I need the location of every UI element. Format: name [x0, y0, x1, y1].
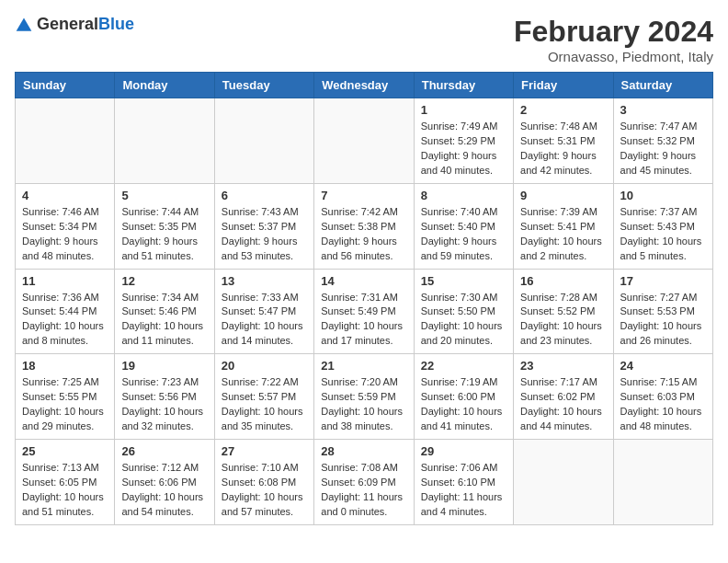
day-info: Sunrise: 7:47 AMSunset: 5:32 PMDaylight:… — [620, 120, 706, 178]
weekday-header: Saturday — [613, 73, 712, 98]
day-info: Sunrise: 7:27 AMSunset: 5:53 PMDaylight:… — [620, 291, 706, 350]
calendar-cell: 25Sunrise: 7:13 AMSunset: 6:05 PMDayligh… — [16, 440, 115, 525]
day-number: 29 — [421, 444, 506, 458]
day-number: 25 — [22, 444, 108, 458]
day-number: 1 — [421, 103, 506, 117]
calendar-cell: 26Sunrise: 7:12 AMSunset: 6:06 PMDayligh… — [115, 440, 214, 525]
calendar-cell: 19Sunrise: 7:23 AMSunset: 5:56 PMDayligh… — [115, 354, 214, 440]
month-year: February 2024 — [514, 15, 713, 49]
calendar-week-row: 11Sunrise: 7:36 AMSunset: 5:44 PMDayligh… — [16, 269, 713, 354]
weekday-header: Thursday — [414, 73, 513, 98]
svg-marker-0 — [17, 17, 32, 30]
calendar-cell — [314, 98, 414, 184]
day-number: 24 — [620, 359, 706, 373]
day-info: Sunrise: 7:19 AMSunset: 6:00 PMDaylight:… — [421, 375, 506, 434]
calendar-cell: 24Sunrise: 7:15 AMSunset: 6:03 PMDayligh… — [613, 354, 712, 440]
day-info: Sunrise: 7:15 AMSunset: 6:03 PMDaylight:… — [620, 375, 706, 434]
calendar-cell: 14Sunrise: 7:31 AMSunset: 5:49 PMDayligh… — [314, 269, 414, 354]
calendar-cell: 21Sunrise: 7:20 AMSunset: 5:59 PMDayligh… — [314, 354, 414, 440]
calendar-cell: 12Sunrise: 7:34 AMSunset: 5:46 PMDayligh… — [115, 269, 214, 354]
day-number: 3 — [620, 103, 706, 117]
calendar-cell — [214, 98, 313, 184]
day-info: Sunrise: 7:20 AMSunset: 5:59 PMDaylight:… — [321, 375, 406, 434]
title-area: February 2024 Ornavasso, Piedmont, Italy — [514, 15, 713, 64]
day-info: Sunrise: 7:40 AMSunset: 5:40 PMDaylight:… — [421, 205, 506, 264]
calendar-cell — [613, 440, 712, 525]
calendar-cell — [514, 440, 613, 525]
calendar-cell: 3Sunrise: 7:47 AMSunset: 5:32 PMDaylight… — [613, 98, 712, 184]
day-number: 14 — [321, 274, 406, 288]
day-info: Sunrise: 7:12 AMSunset: 6:06 PMDaylight:… — [121, 461, 207, 520]
day-number: 18 — [22, 359, 108, 373]
day-number: 11 — [22, 274, 108, 288]
day-info: Sunrise: 7:28 AMSunset: 5:52 PMDaylight:… — [520, 291, 606, 350]
weekday-header: Sunday — [16, 73, 115, 98]
location: Ornavasso, Piedmont, Italy — [514, 49, 713, 64]
calendar-cell: 10Sunrise: 7:37 AMSunset: 5:43 PMDayligh… — [613, 183, 712, 269]
logo: GeneralBlue — [15, 15, 134, 34]
calendar-cell: 11Sunrise: 7:36 AMSunset: 5:44 PMDayligh… — [16, 269, 115, 354]
day-number: 23 — [520, 359, 606, 373]
day-number: 6 — [222, 189, 307, 202]
day-info: Sunrise: 7:39 AMSunset: 5:41 PMDaylight:… — [520, 205, 606, 264]
day-info: Sunrise: 7:22 AMSunset: 5:57 PMDaylight:… — [222, 375, 307, 434]
weekday-header-row: SundayMondayTuesdayWednesdayThursdayFrid… — [16, 73, 713, 98]
day-info: Sunrise: 7:49 AMSunset: 5:29 PMDaylight:… — [421, 120, 506, 178]
day-info: Sunrise: 7:36 AMSunset: 5:44 PMDaylight:… — [22, 291, 108, 350]
calendar-cell: 18Sunrise: 7:25 AMSunset: 5:55 PMDayligh… — [16, 354, 115, 440]
calendar-cell: 4Sunrise: 7:46 AMSunset: 5:34 PMDaylight… — [16, 183, 115, 269]
day-number: 9 — [520, 189, 606, 202]
day-info: Sunrise: 7:34 AMSunset: 5:46 PMDaylight:… — [121, 291, 207, 350]
day-info: Sunrise: 7:37 AMSunset: 5:43 PMDaylight:… — [620, 205, 706, 264]
day-number: 28 — [321, 444, 406, 458]
day-info: Sunrise: 7:48 AMSunset: 5:31 PMDaylight:… — [520, 120, 606, 178]
calendar-cell: 1Sunrise: 7:49 AMSunset: 5:29 PMDaylight… — [414, 98, 513, 184]
day-number: 16 — [520, 274, 606, 288]
calendar-cell: 15Sunrise: 7:30 AMSunset: 5:50 PMDayligh… — [414, 269, 513, 354]
day-info: Sunrise: 7:25 AMSunset: 5:55 PMDaylight:… — [22, 375, 108, 434]
logo-icon — [15, 16, 33, 34]
day-number: 20 — [222, 359, 307, 373]
logo-general: GeneralBlue — [37, 15, 134, 34]
day-number: 4 — [22, 189, 108, 202]
calendar-cell: 29Sunrise: 7:06 AMSunset: 6:10 PMDayligh… — [414, 440, 513, 525]
calendar-cell: 7Sunrise: 7:42 AMSunset: 5:38 PMDaylight… — [314, 183, 414, 269]
calendar: SundayMondayTuesdayWednesdayThursdayFrid… — [15, 72, 713, 525]
day-info: Sunrise: 7:31 AMSunset: 5:49 PMDaylight:… — [321, 291, 406, 350]
day-info: Sunrise: 7:10 AMSunset: 6:08 PMDaylight:… — [222, 461, 307, 520]
day-number: 15 — [421, 274, 506, 288]
calendar-cell: 20Sunrise: 7:22 AMSunset: 5:57 PMDayligh… — [214, 354, 313, 440]
calendar-cell: 27Sunrise: 7:10 AMSunset: 6:08 PMDayligh… — [214, 440, 313, 525]
calendar-cell — [115, 98, 214, 184]
day-info: Sunrise: 7:46 AMSunset: 5:34 PMDaylight:… — [22, 205, 108, 264]
day-number: 27 — [222, 444, 307, 458]
calendar-cell: 5Sunrise: 7:44 AMSunset: 5:35 PMDaylight… — [115, 183, 214, 269]
calendar-cell: 17Sunrise: 7:27 AMSunset: 5:53 PMDayligh… — [613, 269, 712, 354]
day-number: 8 — [421, 189, 506, 202]
day-info: Sunrise: 7:08 AMSunset: 6:09 PMDaylight:… — [321, 461, 406, 520]
day-number: 10 — [620, 189, 706, 202]
calendar-cell: 6Sunrise: 7:43 AMSunset: 5:37 PMDaylight… — [214, 183, 313, 269]
day-number: 26 — [121, 444, 207, 458]
calendar-week-row: 4Sunrise: 7:46 AMSunset: 5:34 PMDaylight… — [16, 183, 713, 269]
calendar-cell: 28Sunrise: 7:08 AMSunset: 6:09 PMDayligh… — [314, 440, 414, 525]
day-info: Sunrise: 7:43 AMSunset: 5:37 PMDaylight:… — [222, 205, 307, 264]
calendar-cell: 22Sunrise: 7:19 AMSunset: 6:00 PMDayligh… — [414, 354, 513, 440]
weekday-header: Wednesday — [314, 73, 414, 98]
calendar-cell: 16Sunrise: 7:28 AMSunset: 5:52 PMDayligh… — [514, 269, 613, 354]
calendar-cell — [16, 98, 115, 184]
day-info: Sunrise: 7:23 AMSunset: 5:56 PMDaylight:… — [121, 375, 207, 434]
weekday-header: Tuesday — [214, 73, 313, 98]
day-info: Sunrise: 7:33 AMSunset: 5:47 PMDaylight:… — [222, 291, 307, 350]
day-number: 2 — [520, 103, 606, 117]
weekday-header: Friday — [514, 73, 613, 98]
calendar-week-row: 1Sunrise: 7:49 AMSunset: 5:29 PMDaylight… — [16, 98, 713, 184]
calendar-cell: 23Sunrise: 7:17 AMSunset: 6:02 PMDayligh… — [514, 354, 613, 440]
day-info: Sunrise: 7:17 AMSunset: 6:02 PMDaylight:… — [520, 375, 606, 434]
day-number: 17 — [620, 274, 706, 288]
day-number: 7 — [321, 189, 406, 202]
day-number: 22 — [421, 359, 506, 373]
calendar-cell: 8Sunrise: 7:40 AMSunset: 5:40 PMDaylight… — [414, 183, 513, 269]
day-info: Sunrise: 7:30 AMSunset: 5:50 PMDaylight:… — [421, 291, 506, 350]
day-number: 19 — [121, 359, 207, 373]
